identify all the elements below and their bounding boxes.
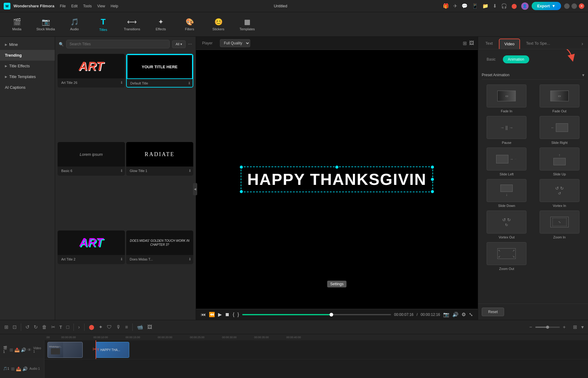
title-card-midas[interactable]: DOES MIDAS' GOLDEN TOUCH WORK IN CHAPTER… (126, 230, 194, 264)
mark-in-button[interactable]: { (233, 312, 234, 317)
preview-text-container[interactable]: HAPPY THANKSGIVIN (241, 167, 433, 192)
headset-icon[interactable]: 🎧 (501, 3, 507, 9)
track-volume-icon[interactable]: 🔊 (21, 347, 26, 352)
tl-text-button[interactable]: T (58, 324, 63, 331)
tl-effects-button[interactable]: ✦ (97, 323, 104, 331)
close-button[interactable]: ✕ (579, 3, 584, 9)
sidebar-item-title-templates[interactable]: ▶ Title Templates (0, 71, 55, 82)
record-icon[interactable]: ⬤ (511, 3, 517, 9)
tab-player[interactable]: Player (200, 40, 215, 47)
user-avatar[interactable]: 👤 (521, 2, 529, 10)
mark-out-button[interactable]: } (237, 312, 239, 317)
tool-templates[interactable]: ▦ Templates (233, 13, 261, 36)
anim-zoom-in[interactable]: ⤡ Zoom In (535, 211, 585, 239)
tl-record-button[interactable]: ⬤ (88, 323, 96, 331)
step-back-button[interactable]: ⏪ (209, 312, 215, 317)
anim-zoom-out[interactable]: ↖ ↗ ↙ ↘ Zoom Out (482, 242, 532, 271)
tool-stickers[interactable]: 😊 Stickers (205, 13, 232, 36)
anim-vortex-in[interactable]: ↺ ↻ ↺ Vortex In (535, 179, 585, 208)
menu-view[interactable]: View (97, 4, 105, 8)
rewind-button[interactable]: ⏮ (201, 312, 206, 317)
folder-icon[interactable]: 📁 (482, 3, 488, 9)
tl-more-button[interactable]: › (77, 323, 81, 331)
tl-undo-button[interactable]: ↺ (24, 323, 31, 331)
tool-titles[interactable]: T Titles (89, 13, 117, 36)
tl-snapshot-button[interactable]: 🖼 (146, 323, 153, 331)
preset-animation-arrow[interactable]: ▾ (582, 73, 584, 77)
menu-tools[interactable]: Tools (83, 4, 92, 8)
chat-icon[interactable]: 💬 (462, 3, 468, 9)
gift-icon[interactable]: 🎁 (443, 3, 449, 9)
image-view-icon[interactable]: 🖼 (469, 40, 474, 46)
animation-tab[interactable]: Animation (503, 55, 529, 63)
tl-delete-button[interactable]: 🗑 (41, 323, 48, 331)
settings-button[interactable]: ⚙ (462, 312, 466, 317)
tl-settings-button[interactable]: ▾ (580, 323, 585, 331)
search-input[interactable] (66, 40, 170, 48)
tab-text-to-speech[interactable]: Text To Spe... (521, 39, 555, 49)
track-add-icon[interactable]: ⊞ (9, 347, 13, 352)
anim-fade-out[interactable]: ▭ Fade Out (535, 84, 585, 113)
tl-select-button[interactable]: ⊡ (11, 323, 18, 331)
tl-add-track-button[interactable]: ⊞ (3, 323, 9, 331)
title-card-art-26[interactable]: ART Art Title 26 ⬇ (58, 54, 125, 88)
tool-media[interactable]: 🎬 Media (3, 13, 31, 36)
minimize-button[interactable]: ─ (564, 3, 570, 9)
tl-zoom-in-button[interactable]: + (562, 323, 567, 331)
sidebar-item-title-effects[interactable]: ▶ Title Effects (0, 61, 55, 71)
tl-menu-button[interactable]: ≡ (124, 323, 129, 331)
filter-button[interactable]: All ▾ (172, 40, 185, 48)
quality-select[interactable]: Full Quality 1/2 Quality 1/4 Quality (220, 39, 250, 47)
export-button[interactable]: Export ▼ (532, 2, 561, 10)
track-audio-add-icon[interactable]: ⊞ (11, 366, 15, 371)
mobile-icon[interactable]: 📱 (472, 3, 478, 9)
menu-edit[interactable]: Edit (71, 4, 78, 8)
clip-whatsapp[interactable]: WhatsApp I... (47, 342, 83, 358)
track-audio-export-icon[interactable]: 📤 (16, 366, 21, 371)
reset-button[interactable]: Reset (482, 308, 504, 316)
tl-redo-button[interactable]: ↻ (32, 323, 39, 331)
tl-cut-button[interactable]: ✂ (50, 323, 56, 331)
maximize-button[interactable]: □ (571, 3, 577, 9)
tool-audio[interactable]: 🎵 Audio (61, 13, 88, 36)
sidebar-item-mine[interactable]: ▶ Mine (0, 39, 55, 50)
menu-help[interactable]: Help (111, 4, 118, 8)
clip-happy-tha[interactable]: T HAPPY THA... (96, 342, 129, 358)
tool-effects[interactable]: ✦ Effects (147, 13, 175, 36)
download-icon[interactable]: ⬇ (493, 3, 497, 9)
more-tabs-icon[interactable]: › (579, 39, 586, 49)
tool-stock-media[interactable]: 📷 Stock Media (32, 13, 59, 36)
stop-button[interactable]: ⏹ (225, 312, 230, 317)
basic-tab[interactable]: Basic (482, 55, 500, 63)
tl-mic-button[interactable]: 🎙 (115, 323, 122, 331)
tool-transitions[interactable]: ⟷ Transitions (118, 13, 146, 36)
track-eye-icon[interactable]: 👁 (27, 347, 32, 352)
anim-slide-down[interactable]: ↓ Slide Down (482, 179, 532, 208)
anim-pause[interactable]: → || → Pause (482, 116, 532, 144)
sidebar-item-ai-captions[interactable]: AI Captions (0, 82, 55, 93)
anim-slide-right[interactable]: ← Slide Right (535, 116, 585, 144)
track-export-icon[interactable]: 📤 (14, 347, 20, 352)
tl-layout-button[interactable]: ⊞ (572, 323, 578, 331)
tl-crop-button[interactable]: □ (65, 323, 71, 331)
panel-collapse-icon[interactable]: ◀ (194, 187, 196, 191)
play-button[interactable]: ▶ (218, 312, 222, 317)
tab-text[interactable]: Text (481, 39, 498, 49)
grid-view-icon[interactable]: ⊞ (463, 40, 467, 46)
send-icon[interactable]: ✈ (453, 3, 457, 9)
track-audio-volume-icon[interactable]: 🔊 (22, 366, 28, 371)
progress-bar[interactable] (242, 314, 391, 315)
more-options-button[interactable]: ··· (188, 41, 192, 47)
zoom-bar[interactable] (535, 327, 560, 328)
tab-video[interactable]: Video (499, 39, 520, 49)
title-card-basic-6[interactable]: Lorem ipsum Basic 6 ⬇ (58, 142, 125, 176)
tl-zoom-out-button[interactable]: − (528, 323, 533, 331)
tool-filters[interactable]: 🎨 Filters (176, 13, 203, 36)
sidebar-item-trending[interactable]: Trending (0, 50, 55, 61)
title-card-art-2[interactable]: ART Art Title 2 ⬇ (58, 230, 125, 264)
tl-video-button[interactable]: 📹 (136, 323, 144, 331)
anim-fade-in[interactable]: ▭ Fade In (482, 84, 532, 113)
tl-shield-button[interactable]: 🛡 (106, 323, 113, 331)
title-card-glow-1[interactable]: RADIATE Glow Title 1 ⬇ (126, 142, 194, 176)
fullscreen-button[interactable]: ⤡ (469, 312, 473, 317)
